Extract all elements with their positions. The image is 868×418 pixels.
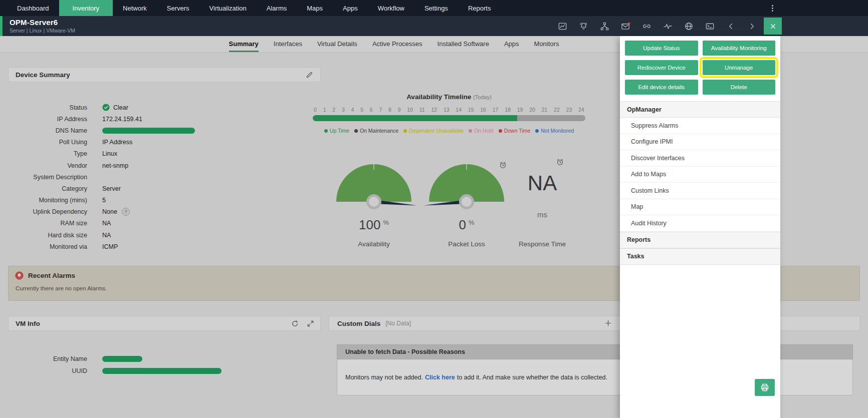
summary-field-dns-name: DNS Name (8, 125, 319, 136)
tab-installed-software[interactable]: Installed Software (438, 36, 489, 52)
tab-summary[interactable]: Summary (229, 36, 259, 52)
tab-active-processes[interactable]: Active Processes (372, 36, 422, 52)
field-value (102, 128, 195, 134)
legend-dot (499, 129, 502, 133)
nav-item-inventory[interactable]: Inventory (59, 0, 113, 16)
mail-icon[interactable] (621, 22, 630, 31)
menu-button-update-status[interactable]: Update Status (625, 41, 698, 56)
timeline-tick: 8 (388, 107, 391, 113)
menu-item-custom-links[interactable]: Custom Links (620, 183, 780, 199)
field-value: Clear (102, 104, 128, 111)
click-here-link[interactable]: Click here (425, 374, 455, 381)
summary-field-category: CategoryServer (8, 183, 319, 194)
menu-section-opmanager[interactable]: OpManager (620, 101, 780, 118)
field-value: Server (102, 185, 121, 192)
next-icon[interactable] (747, 22, 757, 31)
nav-item-network[interactable]: Network (113, 0, 157, 16)
field-label: UUID (8, 367, 87, 374)
plus-icon[interactable] (604, 319, 612, 327)
threshold-clock-icon[interactable] (556, 158, 564, 166)
vm-info-fields: Entity NameUUID (8, 353, 222, 377)
menu-button-delete[interactable]: Delete (703, 80, 776, 95)
vm-info-title: VM Info (16, 320, 40, 327)
nav-item-dashboard[interactable]: Dashboard (7, 0, 59, 16)
expand-icon[interactable] (307, 320, 314, 327)
field-label: DNS Name (8, 127, 87, 134)
chart-icon[interactable] (558, 22, 567, 31)
nav-item-virtualization[interactable]: Virtualization (199, 0, 257, 16)
field-label: Uplink Dependency (8, 208, 87, 215)
nav-item-apps[interactable]: Apps (333, 0, 368, 16)
gauge-value: 100% (329, 217, 419, 233)
timeline-tick: 16 (480, 107, 486, 113)
menu-section-tasks[interactable]: Tasks (620, 248, 780, 265)
alarm-icon[interactable] (579, 22, 588, 31)
nav-item-settings[interactable]: Settings (414, 0, 458, 16)
menu-item-add-to-maps[interactable]: Add to Maps (620, 167, 780, 183)
field-value: net-snmp (102, 162, 128, 169)
edit-pencil-icon[interactable] (306, 71, 313, 79)
help-badge[interactable]: ? (122, 208, 130, 216)
timeline-uptime-fill (313, 115, 517, 121)
menu-button-availability-monitoring[interactable]: Availability Monitoring (703, 41, 776, 56)
legend-down-time: Down Time (499, 128, 531, 134)
device-header: OPM-Server6 Server | Linux | VMware-VM (0, 16, 868, 36)
device-subtitle: Server | Linux | VMware-VM (10, 28, 75, 34)
timeline-tick: 13 (444, 107, 450, 113)
field-value: 172.24.159.41 (102, 116, 142, 123)
threshold-clock-icon[interactable] (499, 161, 507, 169)
response-time-widget: NA ms Response Time (497, 164, 587, 257)
tab-virtual-details[interactable]: Virtual Details (317, 36, 357, 52)
timeline-tick: 0 (314, 107, 317, 113)
menu-button-rediscover-device[interactable]: Rediscover Device (625, 60, 698, 75)
field-value: NA (102, 232, 111, 239)
nav-item-workflow[interactable]: Workflow (368, 0, 414, 16)
menu-item-audit-history[interactable]: Audit History (620, 215, 780, 232)
device-summary-header: Device Summary (8, 67, 321, 82)
link-icon[interactable] (642, 22, 652, 31)
menu-item-suppress-alarms[interactable]: Suppress Alarms (620, 118, 780, 134)
menu-item-discover-interfaces[interactable]: Discover Interfaces (620, 150, 780, 167)
nav-item-servers[interactable]: Servers (157, 0, 199, 16)
nav-item-reports[interactable]: Reports (458, 0, 501, 16)
refresh-icon[interactable] (291, 320, 299, 327)
pulse-icon[interactable] (663, 22, 673, 31)
summary-field-hard-disk-size: Hard disk sizeNA (8, 229, 319, 241)
field-label: Monitoring (mins) (8, 197, 87, 204)
availability-timeline: Availability Timeline(Today) 01234567891… (312, 93, 586, 134)
close-button[interactable] (764, 18, 782, 35)
nav-item-maps[interactable]: Maps (297, 0, 333, 16)
custom-dials-header: Custom Dials [No Data] (329, 316, 860, 331)
timeline-tick: 24 (578, 107, 584, 113)
prev-icon[interactable] (726, 22, 736, 31)
tab-interfaces[interactable]: Interfaces (274, 36, 302, 52)
nav-item-alarms[interactable]: Alarms (257, 0, 297, 16)
field-value: 5 (102, 197, 106, 204)
menu-button-unmanage[interactable]: Unmanage (703, 60, 776, 75)
console-icon[interactable] (705, 22, 715, 31)
timeline-tick: 20 (529, 107, 535, 113)
availability-caption: Availability (329, 240, 419, 248)
menu-button-edit-device-details[interactable]: Edit device details (625, 80, 698, 95)
timeline-tick: 23 (566, 107, 572, 113)
menu-section-reports[interactable]: Reports (620, 232, 780, 248)
menu-item-configure-ipmi[interactable]: Configure IPMI (620, 134, 780, 151)
timeline-tick: 2 (332, 107, 335, 113)
field-value: None? (102, 208, 130, 216)
summary-field-status: StatusClear (8, 102, 319, 113)
summary-field-uplink-dependency: Uplink DependencyNone? (8, 206, 319, 218)
vm-field-entity-name: Entity Name (8, 353, 222, 365)
field-label: Status (8, 104, 87, 111)
tab-apps[interactable]: Apps (504, 36, 519, 52)
legend-dot (324, 129, 328, 133)
print-button[interactable] (755, 379, 775, 396)
kebab-menu-icon[interactable] (767, 0, 778, 16)
device-title: OPM-Server6 (10, 18, 75, 27)
timeline-tick: 15 (468, 107, 474, 113)
availability-gauge: 100% Availability (329, 164, 419, 257)
menu-item-map[interactable]: Map (620, 199, 780, 216)
packet-loss-unit: % (469, 219, 475, 226)
tab-monitors[interactable]: Monitors (534, 36, 559, 52)
globe-icon[interactable] (684, 22, 694, 31)
topology-icon[interactable] (600, 22, 609, 31)
